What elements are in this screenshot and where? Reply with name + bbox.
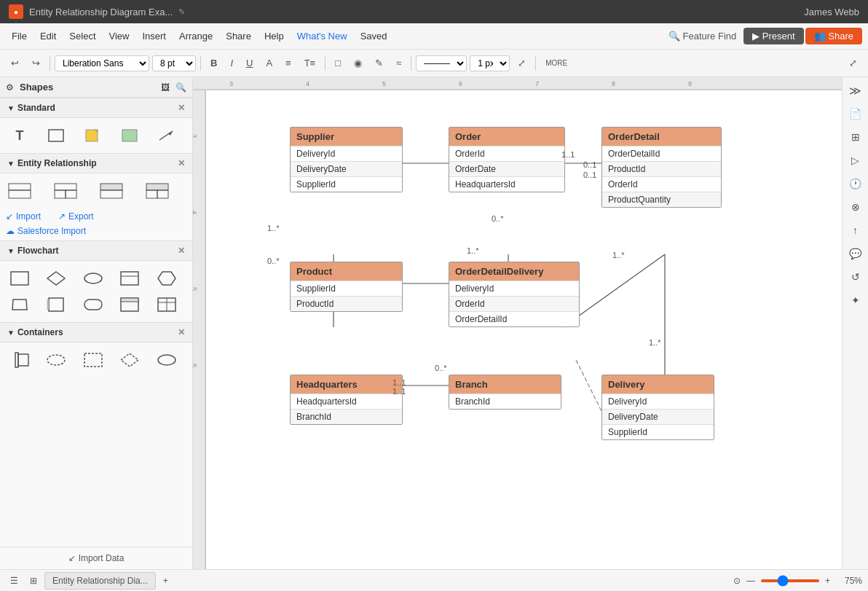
flow-shape-4[interactable]: [116, 267, 143, 290]
supplier-entity[interactable]: Supplier DeliveryId DeliveryDate Supplie…: [290, 127, 403, 192]
import-button[interactable]: ↙ Import: [6, 211, 41, 222]
er-shape-2[interactable]: [52, 179, 79, 203]
line-style-button[interactable]: ≈: [391, 54, 406, 72]
underline-button[interactable]: U: [241, 54, 258, 72]
rect-shape[interactable]: [42, 124, 70, 147]
add-page-btn[interactable]: +: [159, 574, 173, 587]
diagram-tab[interactable]: Entity Relationship Dia...: [44, 572, 156, 590]
canvas[interactable]: Supplier DeliveryId DeliveryDate Supplie…: [206, 90, 842, 569]
export-button[interactable]: ↗ Export: [58, 211, 94, 222]
line-color-button[interactable]: ✎: [370, 54, 388, 72]
zoom-in-btn[interactable]: +: [822, 574, 833, 587]
menu-view[interactable]: View: [103, 28, 135, 44]
flow-shape-9[interactable]: [116, 293, 143, 316]
menu-help[interactable]: Help: [259, 28, 290, 44]
menu-arrange[interactable]: Arrange: [173, 28, 218, 44]
undo-button[interactable]: ↩: [6, 54, 24, 72]
close-standard-btn[interactable]: ✕: [178, 103, 185, 113]
align-text-button[interactable]: T≡: [299, 54, 321, 72]
shape-fill-button[interactable]: □: [330, 54, 346, 72]
flow-shape-6[interactable]: [6, 293, 33, 316]
delivery-entity[interactable]: Delivery DeliveryId DeliveryDate Supplie…: [601, 375, 714, 440]
collapse-right-btn[interactable]: ≫: [845, 80, 866, 101]
upload-btn[interactable]: ↑: [845, 220, 866, 240]
menu-edit[interactable]: Edit: [34, 28, 62, 44]
search-icon[interactable]: 🔍: [175, 82, 186, 93]
play-btn[interactable]: ▷: [845, 150, 866, 171]
er-shape-3[interactable]: [98, 179, 125, 203]
salesforce-import-button[interactable]: ☁ Salesforce Import: [0, 226, 192, 240]
er-shape-4[interactable]: [143, 179, 171, 203]
colored-rect-shape[interactable]: [116, 124, 143, 147]
comment-btn[interactable]: 💬: [845, 243, 866, 264]
er-section-header[interactable]: ▼ Entity Relationship ✕: [0, 153, 192, 173]
er-shape-1[interactable]: [6, 179, 33, 203]
font-color-button[interactable]: A: [261, 54, 277, 72]
order-detail-entity[interactable]: OrderDetail OrderDetailId ProductId Orde…: [601, 127, 722, 208]
layers-btn[interactable]: ⊗: [845, 197, 866, 217]
fill-color-button[interactable]: ◉: [349, 54, 367, 72]
order-entity[interactable]: Order OrderId OrderDate HeadquartersId: [449, 127, 565, 192]
cont-shape-4[interactable]: [116, 348, 143, 372]
flow-shape-2[interactable]: [42, 267, 70, 290]
italic-button[interactable]: I: [225, 54, 238, 72]
present-button[interactable]: ▶ Present: [743, 28, 803, 44]
note-shape[interactable]: [79, 124, 107, 147]
text-shape[interactable]: T: [6, 124, 33, 147]
zoom-level-display[interactable]: 75%: [836, 576, 862, 586]
more-button[interactable]: MORE: [540, 55, 572, 71]
flow-shape-5[interactable]: [153, 267, 181, 290]
edit-icon[interactable]: ✎: [178, 7, 185, 17]
menu-select[interactable]: Select: [63, 28, 101, 44]
flow-shape-10[interactable]: [153, 293, 181, 316]
close-flowchart-btn[interactable]: ✕: [178, 246, 185, 256]
menu-file[interactable]: File: [6, 28, 33, 44]
redo-button[interactable]: ↪: [27, 54, 45, 72]
settings-btn[interactable]: ✦: [845, 290, 866, 310]
line-size-select[interactable]: 1 px: [470, 55, 510, 71]
clock-btn[interactable]: 🕐: [845, 173, 866, 194]
order-detail-delivery-entity[interactable]: OrderDetailDelivery DeliveryId OrderId O…: [449, 262, 580, 327]
zoom-out-btn[interactable]: —: [743, 574, 758, 587]
cont-shape-5[interactable]: [153, 348, 181, 372]
list-view-btn[interactable]: ☰: [6, 574, 23, 587]
canvas-area[interactable]: 3 4 5 6 7 8 9 3 4 5 6: [193, 77, 842, 569]
flow-shape-8[interactable]: [79, 293, 107, 316]
share-button[interactable]: 👥 Share: [805, 28, 862, 44]
product-entity[interactable]: Product SupplierId ProductId: [290, 262, 403, 312]
branch-entity[interactable]: Branch BranchId: [449, 375, 561, 410]
close-containers-btn[interactable]: ✕: [178, 327, 185, 337]
cont-shape-1[interactable]: [6, 348, 33, 372]
menu-whats-new[interactable]: What's New: [291, 28, 353, 44]
grid-view-btn[interactable]: ⊞: [25, 574, 42, 587]
connect-button[interactable]: ⤢: [513, 54, 531, 72]
feature-find-btn[interactable]: 🔍 Feature Find: [663, 28, 743, 44]
standard-section-header[interactable]: ▼ Standard ✕: [0, 98, 192, 118]
menu-share[interactable]: Share: [220, 28, 257, 44]
image-icon[interactable]: 🖼: [161, 82, 170, 93]
fit-icon[interactable]: ⊙: [733, 576, 741, 586]
flow-shape-7[interactable]: [42, 293, 70, 316]
menu-insert[interactable]: Insert: [136, 28, 172, 44]
cont-shape-2[interactable]: [42, 348, 70, 372]
flow-shape-3[interactable]: [79, 267, 107, 290]
flow-shape-1[interactable]: [6, 267, 33, 290]
format-btn[interactable]: 📄: [845, 103, 866, 124]
flowchart-section-header[interactable]: ▼ Flowchart ✕: [0, 240, 192, 261]
import-data-button[interactable]: ↙ Import Data: [0, 547, 192, 569]
font-size-select[interactable]: 8 pt: [152, 55, 196, 71]
table-btn[interactable]: ⊞: [845, 127, 866, 147]
history-btn[interactable]: ↺: [845, 267, 866, 287]
containers-section-header[interactable]: ▼ Containers ✕: [0, 322, 192, 343]
headquarters-entity[interactable]: Headquarters HeadquartersId BranchId: [290, 375, 403, 425]
bold-button[interactable]: B: [205, 54, 222, 72]
font-select[interactable]: Liberation Sans: [55, 55, 149, 71]
zoom-slider[interactable]: [761, 579, 819, 582]
arrow-shape[interactable]: [153, 124, 181, 147]
gear-icon[interactable]: ⚙: [6, 82, 14, 93]
line-style-select[interactable]: ———: [416, 55, 467, 71]
align-left-button[interactable]: ≡: [280, 54, 296, 72]
fullscreen-button[interactable]: ⤢: [844, 54, 862, 72]
cont-shape-3[interactable]: [79, 348, 107, 372]
close-er-btn[interactable]: ✕: [178, 158, 185, 168]
